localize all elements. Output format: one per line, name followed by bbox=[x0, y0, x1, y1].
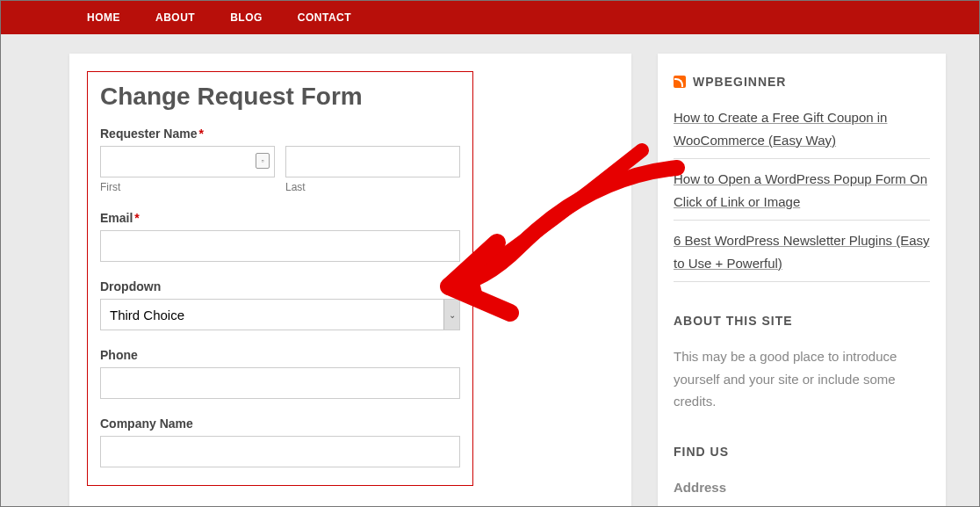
required-marker: * bbox=[199, 127, 204, 141]
last-name-input[interactable] bbox=[285, 146, 460, 177]
about-text: This may be a good place to introduce yo… bbox=[674, 345, 930, 413]
findus-widget-title: FIND US bbox=[674, 445, 930, 459]
field-dropdown: Dropdown Third Choice ⌄ bbox=[100, 279, 460, 330]
nav-blog[interactable]: BLOG bbox=[213, 1, 280, 34]
field-requester-name: Requester Name* ▫ First Last bbox=[100, 127, 460, 193]
dropdown-select[interactable]: Third Choice bbox=[100, 299, 460, 330]
rss-icon bbox=[674, 76, 686, 88]
findus-widget: FIND US Address bbox=[674, 445, 930, 499]
list-item: 6 Best WordPress Newsletter Plugins (Eas… bbox=[674, 229, 930, 282]
about-widget-title: ABOUT THIS SITE bbox=[674, 314, 930, 328]
field-company: Company Name bbox=[100, 416, 460, 467]
main-content: Change Request Form Requester Name* ▫ Fi… bbox=[69, 54, 631, 507]
address-label: Address bbox=[674, 476, 930, 499]
list-item: How to Open a WordPress Popup Form On Cl… bbox=[674, 168, 930, 221]
dropdown-label: Dropdown bbox=[100, 279, 460, 293]
rss-link[interactable]: How to Open a WordPress Popup Form On Cl… bbox=[674, 171, 927, 209]
required-marker: * bbox=[134, 211, 139, 225]
phone-input[interactable] bbox=[100, 367, 460, 399]
first-name-sublabel: First bbox=[100, 181, 275, 193]
rss-widget: WPBEGINNER How to Create a Free Gift Cou… bbox=[674, 75, 930, 282]
nav-contact[interactable]: CONTACT bbox=[280, 1, 369, 34]
rss-link[interactable]: How to Create a Free Gift Coupon in WooC… bbox=[674, 110, 887, 148]
email-input[interactable] bbox=[100, 230, 460, 262]
last-name-sublabel: Last bbox=[285, 181, 460, 193]
change-request-form: Change Request Form Requester Name* ▫ Fi… bbox=[87, 71, 473, 486]
nav-about[interactable]: ABOUT bbox=[138, 1, 213, 34]
rss-widget-title: WPBEGINNER bbox=[674, 75, 930, 89]
rss-feed-list: How to Create a Free Gift Coupon in WooC… bbox=[674, 106, 930, 282]
company-input[interactable] bbox=[100, 436, 460, 467]
about-widget: ABOUT THIS SITE This may be a good place… bbox=[674, 314, 930, 413]
field-phone: Phone bbox=[100, 348, 460, 399]
main-nav: HOME ABOUT BLOG CONTACT bbox=[1, 1, 979, 34]
email-label: Email* bbox=[100, 211, 460, 225]
sidebar: WPBEGINNER How to Create a Free Gift Cou… bbox=[658, 54, 946, 507]
rss-link[interactable]: 6 Best WordPress Newsletter Plugins (Eas… bbox=[674, 233, 930, 271]
nav-home[interactable]: HOME bbox=[69, 1, 138, 34]
phone-label: Phone bbox=[100, 348, 460, 362]
company-label: Company Name bbox=[100, 416, 460, 431]
requester-name-label: Requester Name* bbox=[100, 127, 460, 141]
field-email: Email* bbox=[100, 211, 460, 262]
form-title: Change Request Form bbox=[100, 83, 460, 111]
first-name-input[interactable] bbox=[100, 146, 275, 177]
list-item: How to Create a Free Gift Coupon in WooC… bbox=[674, 106, 930, 159]
